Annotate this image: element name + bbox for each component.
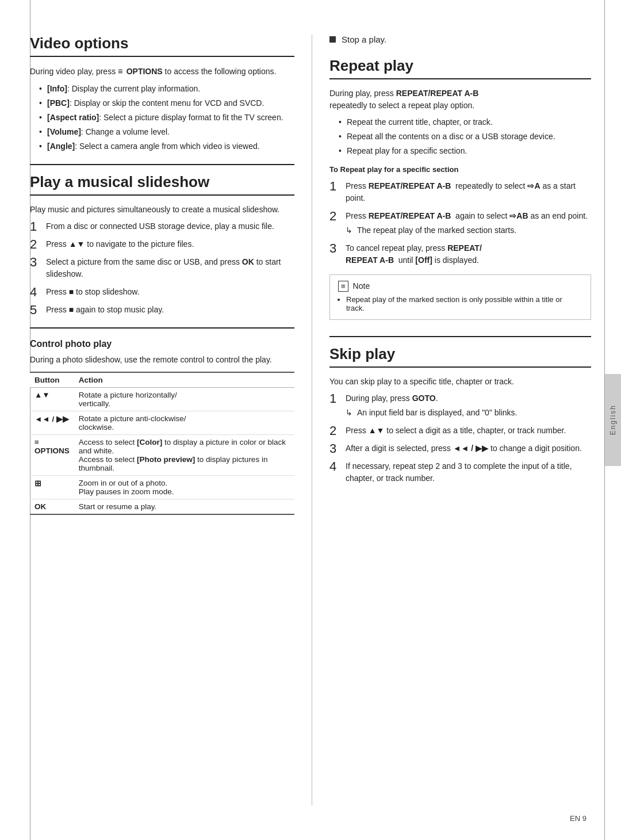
section-divider	[30, 164, 294, 165]
play-musical-section: Play a musical slideshow Play music and …	[30, 164, 294, 316]
list-item: [PBC]: Display or skip the content menu …	[39, 97, 294, 109]
list-item: Repeat play for a specific section.	[339, 145, 591, 157]
table-cell-action: Rotate a picture horizontally/vertically…	[74, 387, 294, 411]
list-item: Repeat all the contents on a disc or a U…	[339, 131, 591, 143]
note-list: Repeat play of the marked section is onl…	[346, 295, 582, 312]
table-cell-button: OK	[30, 499, 74, 514]
table-row: ≡OPTIONS Access to select [Color] to dis…	[30, 434, 294, 475]
table-row: OK Start or resume a play.	[30, 499, 294, 514]
table-header-button: Button	[30, 372, 74, 388]
list-item: Press REPEAT/REPEAT A-B again to select …	[329, 210, 591, 236]
table-cell-button: ⊞	[30, 475, 74, 499]
play-musical-intro: Play music and pictures simultaneously t…	[30, 204, 294, 216]
video-options-title: Video options	[30, 35, 294, 57]
list-item: Repeat play of the marked section is onl…	[346, 295, 582, 312]
table-header-action: Action	[74, 372, 294, 388]
list-item: After a digit is selected, press ◄◄ / ▶▶…	[329, 442, 591, 455]
list-item: During play, press GOTO. An input field …	[329, 392, 591, 419]
control-photo-title: Control photo play	[30, 339, 294, 349]
table-cell-action: Rotate a picture anti-clockwise/clockwis…	[74, 411, 294, 434]
list-item: Select a picture from the same disc or U…	[30, 256, 294, 280]
list-item: [Volume]: Change a volume level.	[39, 126, 294, 138]
list-item: From a disc or connected USB storage dev…	[30, 220, 294, 232]
list-item: To cancel repeat play, press REPEAT/REPE…	[329, 242, 591, 266]
right-column: Stop a play. Repeat play During play, pr…	[312, 35, 591, 805]
repeat-play-title: Repeat play	[329, 57, 591, 79]
skip-play-intro: You can skip play to a specific title, c…	[329, 376, 591, 388]
stop-icon	[329, 36, 336, 43]
note-icon: ≡	[338, 281, 348, 292]
note-header: ≡ Note	[338, 281, 582, 292]
stop-play-line: Stop a play.	[329, 35, 591, 44]
table-cell-action: Start or resume a play.	[74, 499, 294, 514]
section-divider-3	[329, 336, 591, 337]
table-row: ⊞ Zoom in or out of a photo.Play pauses …	[30, 475, 294, 499]
list-item: [Aspect ratio]: Select a picture display…	[39, 112, 294, 124]
table-cell-action: Access to select [Color] to display a pi…	[74, 434, 294, 475]
play-musical-steps: From a disc or connected USB storage dev…	[30, 220, 294, 316]
list-item: Repeat the current title, chapter, or tr…	[339, 116, 591, 128]
list-item: [Info]: Display the current play informa…	[39, 83, 294, 95]
note-box: ≡ Note Repeat play of the marked section…	[329, 274, 591, 320]
note-label: Note	[353, 281, 370, 291]
repeat-play-steps: Press REPEAT/REPEAT A-B repeatedly to se…	[329, 180, 591, 266]
table-cell-button: ≡OPTIONS	[30, 434, 74, 475]
video-options-section: Video options During video play, press ≡…	[30, 35, 294, 152]
table-cell-button: ◄◄ / ▶▶	[30, 411, 74, 434]
video-options-intro: During video play, press ≡ OPTIONS to ac…	[30, 65, 294, 78]
list-item: If necessary, repeat step 2 and 3 to com…	[329, 460, 591, 484]
control-table: Button Action ▲▼ Rotate a picture horizo…	[30, 372, 294, 515]
skip-play-section: Skip play You can skip play to a specifi…	[329, 336, 591, 484]
repeat-play-section: Repeat play During play, press REPEAT/RE…	[329, 57, 591, 320]
table-cell-action: Zoom in or out of a photo.Play pauses in…	[74, 475, 294, 499]
stop-play-text: Stop a play.	[342, 35, 386, 44]
skip-play-steps: During play, press GOTO. An input field …	[329, 392, 591, 484]
table-row: ▲▼ Rotate a picture horizontally/vertica…	[30, 387, 294, 411]
list-item: Press ■ again to stop music play.	[30, 304, 294, 316]
video-options-list: [Info]: Display the current play informa…	[39, 83, 294, 152]
table-row: ◄◄ / ▶▶ Rotate a picture anti-clockwise/…	[30, 411, 294, 434]
left-column: Video options During video play, press ≡…	[30, 35, 312, 805]
skip-play-title: Skip play	[329, 345, 591, 368]
to-repeat-label: To Repeat play for a specific section	[329, 164, 591, 175]
list-item: [Angle]: Select a camera angle from whic…	[39, 140, 294, 152]
arrow-bullet: The repeat play of the marked section st…	[346, 224, 591, 236]
list-item: Press REPEAT/REPEAT A-B repeatedly to se…	[329, 180, 591, 204]
list-item: Press ▲▼ to navigate to the picture file…	[30, 238, 294, 250]
list-item: Press ■ to stop slideshow.	[30, 286, 294, 298]
control-photo-section: Control photo play During a photo slides…	[30, 327, 294, 515]
repeat-play-bullets: Repeat the current title, chapter, or tr…	[339, 116, 591, 157]
control-photo-intro: During a photo slideshow, use the remote…	[30, 354, 294, 366]
play-musical-title: Play a musical slideshow	[30, 173, 294, 196]
list-item: Press ▲▼ to select a digit as a title, c…	[329, 425, 591, 437]
arrow-bullet: An input field bar is displayed, and "0"…	[346, 407, 591, 419]
repeat-play-intro: During play, press REPEAT/REPEAT A-Brepe…	[329, 87, 591, 112]
table-cell-button: ▲▼	[30, 387, 74, 411]
section-divider-2	[30, 327, 294, 329]
page-footer: EN 9	[570, 814, 586, 823]
